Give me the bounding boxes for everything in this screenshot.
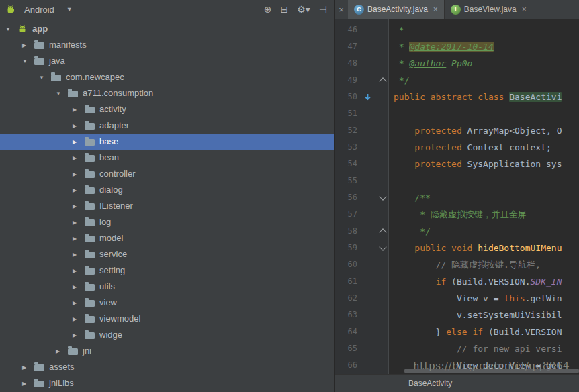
tree-item-IListener[interactable]: ▶IListener [0,198,334,214]
code-text[interactable]: View v = this.getWin [388,290,562,307]
gutter-space [357,139,377,156]
tab-close-icon[interactable]: × [433,5,438,14]
fold-down-icon[interactable] [377,240,388,256]
code-text[interactable]: * [388,21,404,38]
code-text[interactable]: /** [388,189,431,206]
tree-item-model[interactable]: ▶model [0,230,334,246]
settings-gear-icon[interactable]: ⚙▾ [297,5,310,14]
chevron-collapsed-icon[interactable]: ▶ [73,219,85,226]
tree-item-jniLibs[interactable]: ▶jniLibs [0,375,334,391]
chevron-collapsed-icon[interactable]: ▶ [22,364,34,371]
chevron-collapsed-icon[interactable]: ▶ [22,42,34,48]
chevron-collapsed-icon[interactable]: ▶ [73,203,85,209]
tree-item-base[interactable]: ▶base [0,134,334,150]
code-text[interactable]: public void hideBottomUIMenu [388,240,562,256]
chevron-collapsed-icon[interactable]: ▶ [73,107,85,113]
tree-item-log[interactable]: ▶log [0,214,334,230]
tree-item-a711.consumption[interactable]: ▼a711.consumption [0,85,334,101]
tree-item-setting[interactable]: ▶setting [0,262,334,279]
breadcrumb[interactable]: BaseActivity [408,379,452,388]
gutter-space [357,21,377,38]
tree-item-view[interactable]: ▶view [0,295,334,311]
line-number: 64 [335,324,357,340]
chevron-collapsed-icon[interactable]: ▶ [73,332,85,338]
code-text[interactable]: protected ArrayMap<Object, O [388,122,562,139]
chevron-collapsed-icon[interactable]: ▶ [73,139,85,145]
chevron-expanded-icon[interactable]: ▼ [22,58,34,64]
fold-down-icon[interactable] [377,189,388,206]
code-text[interactable]: * 隐藏虚拟按键，并且全屏 [388,206,527,223]
fold-space [377,38,388,55]
tree-item-widge[interactable]: ▶widge [0,327,334,343]
code-text[interactable]: } else if (Build.VERSION [388,324,562,340]
gutter-space [357,173,377,189]
gutter-space [357,256,377,273]
chevron-collapsed-icon[interactable]: ▶ [73,252,85,258]
chevron-collapsed-icon[interactable]: ▶ [73,268,85,274]
tabstrip-close-icon[interactable]: × [335,0,348,19]
chevron-expanded-icon[interactable]: ▼ [39,75,51,81]
code-text[interactable]: protected Context context; [388,139,551,156]
code-text[interactable]: * @date:2017-10-14 [388,38,494,55]
tree-item-manifests[interactable]: ▶manifests [0,37,334,53]
code-editor[interactable]: 46 *47 * @date:2017-10-1448 * @author Pp… [335,19,579,374]
tree-item-assets[interactable]: ▶assets [0,359,334,375]
gutter-space [357,156,377,173]
code-text[interactable]: // for new api versi [388,340,562,357]
project-view-selector[interactable]: Android ▼ [5,5,73,15]
tab-BaseView.java[interactable]: IBaseView.java× [445,0,533,19]
locate-file-icon[interactable]: ⊕ [264,5,272,14]
code-text[interactable]: */ [388,223,431,240]
chevron-collapsed-icon[interactable]: ▶ [56,348,68,354]
tree-item-com.newcapec[interactable]: ▼com.newcapec [0,69,334,85]
code-text[interactable]: // 隐藏虚拟按键.导航栏, [388,256,541,273]
tree-item-bean[interactable]: ▶bean [0,150,334,166]
tree-item-adapter[interactable]: ▶adapter [0,117,334,134]
tree-item-label: jniLibs [49,375,74,391]
fold-space [377,256,388,273]
collapse-all-icon[interactable]: ⊟ [280,5,288,14]
tree-item-jni[interactable]: ▶jni [0,343,334,359]
chevron-collapsed-icon[interactable]: ▶ [73,284,85,290]
code-text[interactable]: * @author Pp0o [388,55,472,72]
folder-icon [85,219,95,226]
tree-item-java[interactable]: ▼java [0,53,334,69]
tree-item-service[interactable]: ▶service [0,246,334,262]
chevron-collapsed-icon[interactable]: ▶ [73,236,85,242]
code-text[interactable]: v.setSystemUiVisibil [388,307,562,324]
tree-item-controller[interactable]: ▶controller [0,166,334,182]
chevron-collapsed-icon[interactable]: ▶ [22,381,34,387]
gutter-bookmark-icon[interactable] [357,89,377,105]
tree-item-label: utils [99,279,115,295]
code-text[interactable]: if (Build.VERSION.SDK_IN [388,273,562,290]
tree-item-dialog[interactable]: ▶dialog [0,182,334,198]
chevron-collapsed-icon[interactable]: ▶ [73,123,85,129]
chevron-collapsed-icon[interactable]: ▶ [73,316,85,322]
project-panel-header: Android ▼ ⊕⊟⚙▾⊣ [0,0,334,19]
code-text[interactable]: public abstract class BaseActivi [388,89,562,105]
code-text[interactable] [388,105,394,122]
fold-up-icon[interactable] [377,72,388,89]
chevron-collapsed-icon[interactable]: ▶ [73,155,85,161]
tree-item-viewmodel[interactable]: ▶viewmodel [0,311,334,327]
code-text[interactable] [388,173,394,189]
chevron-expanded-icon[interactable]: ▼ [56,91,68,97]
tree-item-label: viewmodel [99,311,140,327]
code-line-61: 61 if (Build.VERSION.SDK_IN [335,273,579,290]
chevron-collapsed-icon[interactable]: ▶ [73,300,85,306]
tree-item-app[interactable]: ▼app [0,21,334,37]
tree-item-activity[interactable]: ▶activity [0,101,334,117]
fold-up-icon[interactable] [377,223,388,240]
chevron-collapsed-icon[interactable]: ▶ [73,187,85,193]
code-text[interactable]: protected SysApplication sys [388,156,562,173]
tab-close-icon[interactable]: × [522,5,527,14]
code-text[interactable]: */ [388,72,409,89]
fold-space [377,122,388,139]
tree-item-utils[interactable]: ▶utils [0,279,334,295]
hide-panel-icon[interactable]: ⊣ [319,5,327,14]
tab-label: BaseView.java [464,5,517,14]
interface-file-icon: I [451,5,461,15]
chevron-expanded-icon[interactable]: ▼ [5,26,17,32]
tab-BaseActivity.java[interactable]: CBaseActivity.java× [348,0,445,19]
chevron-collapsed-icon[interactable]: ▶ [73,171,85,177]
